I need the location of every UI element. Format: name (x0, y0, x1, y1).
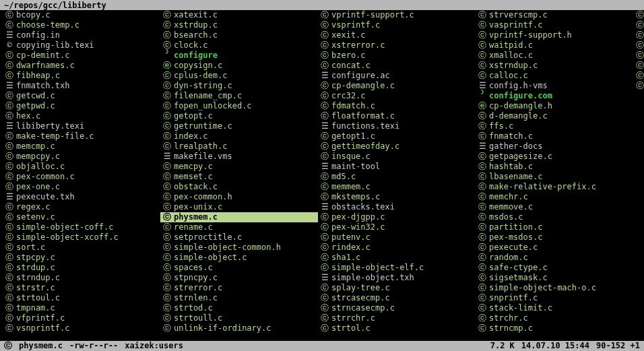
file-item[interactable]: configure (160, 51, 318, 61)
file-item[interactable]: msdos.c (476, 212, 633, 222)
file-item[interactable]: simple-object.txh (318, 273, 476, 283)
file-item[interactable]: xasprintf.c (633, 61, 644, 71)
file-item[interactable]: strerror.c (160, 283, 318, 293)
file-item[interactable]: getpwd.c (3, 101, 160, 111)
file-item[interactable]: mkstemps.c (318, 192, 476, 202)
file-item[interactable]: pex-one.c (3, 182, 160, 192)
file-item[interactable]: choose-temp.c (3, 20, 160, 30)
file-item[interactable]: stpncpy.c (160, 273, 318, 283)
file-item[interactable]: xmemdup.c (633, 71, 644, 81)
file-item[interactable]: putenv.c (318, 232, 476, 243)
file-item[interactable]: strncmp.c (476, 323, 633, 333)
file-item[interactable]: spaces.c (160, 263, 318, 273)
file-item[interactable]: strrchr.c (318, 313, 476, 323)
file-item[interactable]: pex-msdos.c (476, 232, 633, 243)
file-item[interactable]: index.c (160, 131, 318, 141)
file-item[interactable]: bcopy.c (3, 10, 160, 20)
file-item[interactable]: configure.com (476, 91, 633, 101)
file-item[interactable]: sigsetmask.c (476, 273, 633, 283)
file-item[interactable]: pexecute.c (476, 243, 633, 253)
file-item[interactable]: makefile.vms (160, 152, 318, 162)
file-item[interactable]: simple-object-common.h (160, 243, 318, 253)
file-item[interactable]: tmpnam.c (3, 303, 160, 313)
file-item[interactable]: vsnprintf.c (3, 323, 160, 333)
file-item[interactable]: pex-common.h (160, 192, 318, 202)
file-item[interactable]: floatformat.c (318, 111, 476, 121)
file-item[interactable]: pex-djgpp.c (318, 212, 476, 222)
file-item[interactable]: config.h-vms (476, 81, 633, 91)
file-item[interactable]: dwarfnames.c (3, 61, 160, 71)
file-item[interactable]: strnlen.c (160, 293, 318, 303)
file-listing[interactable]: bcopy.cchoose-temp.cconfig.incopying-lib… (0, 10, 644, 341)
file-item[interactable]: physmem.c (160, 212, 318, 222)
file-item[interactable]: vprintf-support.h (476, 30, 633, 40)
file-item[interactable]: simple-object.c (160, 253, 318, 263)
file-item[interactable]: getopt.c (160, 111, 318, 121)
file-item[interactable]: mempcpy.c (3, 152, 160, 162)
file-item[interactable]: strdup.c (3, 263, 160, 273)
file-item[interactable]: splay-tree.c (318, 283, 476, 293)
file-item[interactable]: snprintf.c (476, 293, 633, 303)
file-item[interactable]: strtoul.c (3, 293, 160, 303)
file-item[interactable]: filename_cmp.c (160, 91, 318, 101)
file-item[interactable]: strtod.c (160, 303, 318, 313)
file-item[interactable]: d-demangle.c (476, 111, 633, 121)
file-item[interactable]: functions.texi (318, 121, 476, 131)
file-item[interactable]: vfprintf.c (3, 313, 160, 323)
file-item[interactable]: config.in (3, 30, 160, 40)
file-item[interactable]: getopt1.c (318, 131, 476, 141)
file-item[interactable]: vsprintf.c (318, 20, 476, 30)
file-item[interactable]: cp-demangle.h (476, 101, 633, 111)
file-item[interactable]: safe-ctype.c (476, 263, 633, 273)
file-item[interactable]: gettimeofday.c (318, 141, 476, 152)
file-item[interactable]: setenv.c (3, 212, 160, 222)
file-item[interactable]: setproctitle.c (160, 232, 318, 243)
file-item[interactable]: dyn-string.c (160, 81, 318, 91)
file-item[interactable]: regex.c (3, 202, 160, 212)
file-item[interactable]: stack-limit.c (476, 303, 633, 313)
file-item[interactable]: vfork.c (633, 40, 644, 51)
file-item[interactable]: insque.c (318, 152, 476, 162)
file-item[interactable]: pex-win32.c (318, 222, 476, 232)
file-item[interactable]: maint-tool (318, 162, 476, 172)
file-item[interactable]: xmalloc.c (476, 51, 633, 61)
file-item[interactable]: xvasprintf.c (633, 81, 644, 91)
file-item[interactable]: bsearch.c (160, 30, 318, 40)
file-item[interactable]: md5.c (318, 172, 476, 182)
file-item[interactable]: pexecute.txh (3, 192, 160, 202)
file-item[interactable]: waitpid.c (476, 40, 633, 51)
file-item[interactable]: gather-docs (476, 141, 633, 152)
file-item[interactable]: simple-object-elf.c (318, 263, 476, 273)
file-item[interactable]: bzero.c (318, 51, 476, 61)
file-item[interactable]: timeval-utils.c (633, 30, 644, 40)
file-item[interactable]: strtoull.c (160, 313, 318, 323)
file-item[interactable]: crc32.c (318, 91, 476, 101)
file-item[interactable]: concat.c (318, 61, 476, 71)
file-item[interactable]: pex-common.c (3, 172, 160, 182)
file-item[interactable]: fibheap.c (3, 71, 160, 81)
file-item[interactable]: memset.c (160, 172, 318, 182)
file-item[interactable]: libiberty.texi (3, 121, 160, 131)
file-item[interactable]: xatexit.c (160, 10, 318, 20)
file-item[interactable]: configure.ac (318, 71, 476, 81)
file-item[interactable]: objalloc.c (3, 162, 160, 172)
file-item[interactable]: simple-object-coff.c (3, 222, 160, 232)
file-item[interactable]: getcwd.c (3, 91, 160, 101)
file-item[interactable]: xexit.c (318, 30, 476, 40)
file-item[interactable]: simple-object-xcoff.c (3, 232, 160, 243)
file-item[interactable]: strtol.c (318, 323, 476, 333)
file-item[interactable]: fopen_unlocked.c (160, 101, 318, 111)
file-item[interactable]: cp-demangle.c (318, 81, 476, 91)
file-item[interactable]: xstrdup.c (160, 20, 318, 30)
file-item[interactable]: copying-lib.texi (3, 40, 160, 51)
file-item[interactable]: make-relative-prefix.c (476, 182, 633, 192)
file-item[interactable]: strstr.c (3, 283, 160, 293)
file-item[interactable]: clock.c (160, 40, 318, 51)
file-item[interactable]: hex.c (3, 111, 160, 121)
file-item[interactable]: memcpy.c (160, 162, 318, 172)
file-item[interactable]: vprintf.c (633, 51, 644, 61)
file-item[interactable]: lrealpath.c (160, 141, 318, 152)
file-item[interactable]: getpagesize.c (476, 152, 633, 162)
file-item[interactable]: strchr.c (476, 313, 633, 323)
file-item[interactable]: lbasename.c (476, 172, 633, 182)
